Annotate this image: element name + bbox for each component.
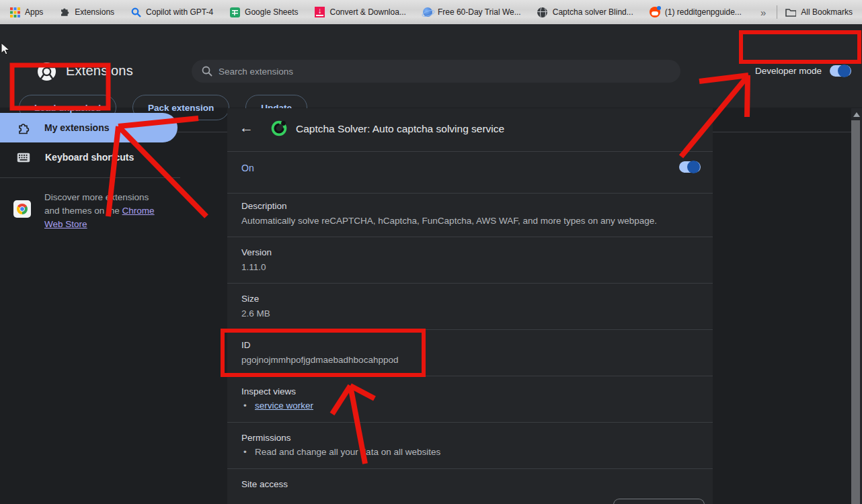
back-button[interactable]: ← [239,120,253,136]
scrollbar-up-arrow-icon[interactable] [853,112,860,117]
extension-enabled-toggle[interactable] [679,161,701,173]
section-value-version: 1.11.0 [241,262,266,272]
section-divider [227,151,713,152]
permissions-value: Read and change all your data on all web… [255,447,440,457]
chrome-web-store-promo: Discover more extensions and themes on t… [13,191,188,231]
puzzle-icon [59,7,70,17]
section-divider [227,422,713,423]
section-divider [227,193,713,194]
chrome-web-store-link[interactable]: Chrome [122,206,155,216]
bookmark-label: Extensions [75,7,114,17]
magnifier-blue-icon [130,7,141,17]
sidebar-item-keyboard-shortcuts[interactable]: Keyboard shortcuts [0,142,178,172]
bookmarks-separator [777,5,777,19]
page-title: Extensions [66,63,133,79]
bookmark-label: Apps [25,7,43,17]
apps-grid-icon [9,7,20,17]
bookmark-label: Google Sheets [245,7,298,17]
bookmark-copilot[interactable]: Copilot with GPT-4 [130,7,213,17]
bookmark-extensions[interactable]: Extensions [59,7,114,17]
developer-mode-toggle[interactable] [830,65,851,77]
bookmarks-bar: Apps Extensions Copilot with GPT-4 Googl… [0,0,862,24]
section-value-description: Automatically solve reCAPTCHA, hCaptcha,… [241,216,657,226]
bookmark-label: Captcha solver Blind... [553,7,633,17]
chrome-web-store-link[interactable]: Web Store [44,219,87,229]
reddit-icon [650,7,660,17]
globe-blue-icon [422,7,433,17]
sidebar-divider [0,177,180,178]
section-label-version: Version [241,247,272,257]
section-divider [227,376,713,376]
service-worker-link[interactable]: service worker [255,401,313,411]
bookmark-reddit[interactable]: (1) redditgenpguide... [650,7,742,17]
site-access-dropdown[interactable] [613,499,705,504]
search-icon [202,66,212,77]
extensions-header: Extensions Developer mode Load unpacked … [0,24,862,108]
folder-icon [785,7,796,17]
extension-title: Captcha Solver: Auto captcha solving ser… [296,123,504,135]
bullet: • [243,447,247,457]
bookmark-convert-download[interactable]: Convert & Downloa... [315,7,406,17]
puzzle-icon [17,122,30,134]
bookmark-apps[interactable]: Apps [9,7,43,17]
section-label-size: Size [241,294,259,304]
search-box[interactable] [192,60,680,83]
scrollbar-thumb[interactable] [851,120,860,504]
bookmark-google-sheets[interactable]: Google Sheets [229,7,298,17]
section-label-permissions: Permissions [241,433,291,443]
section-divider [227,237,713,237]
section-label-inspect-views: Inspect views [241,386,296,396]
sidebar-item-my-extensions[interactable]: My extensions [0,113,178,142]
bookmark-label: (1) redditgenpguide... [665,7,742,17]
extension-enabled-label: On [241,163,254,173]
download-icon [315,7,325,17]
sheets-icon [229,7,240,17]
search-input[interactable] [219,67,622,77]
globe-dark-icon [537,7,548,17]
section-divider [227,468,713,469]
section-value-id: pgojnojmmhpofjgdmaebadhbocahppod [241,355,398,365]
section-label-description: Description [241,201,287,211]
section-divider [227,283,713,284]
bookmark-label: Copilot with GPT-4 [146,7,213,17]
bookmark-label: Convert & Downloa... [330,7,406,17]
chrome-extensions-logo-icon [37,62,56,81]
bookmarks-overflow-chevron-icon[interactable]: » [756,7,769,18]
keyboard-icon [17,153,30,163]
mouse-cursor [1,42,11,56]
developer-mode-label: Developer mode [755,66,822,76]
all-bookmarks-label: All Bookmarks [801,7,853,17]
scrollbar[interactable] [851,108,862,504]
section-divider [227,329,713,330]
bookmark-captcha-solver[interactable]: Captcha solver Blind... [537,7,633,17]
bookmark-label: Free 60-Day Trial We... [438,7,521,17]
sidebar-item-label: Keyboard shortcuts [45,152,134,163]
section-value-size: 2.6 MB [241,308,270,319]
chrome-web-store-icon [13,200,31,218]
bookmark-free-trial[interactable]: Free 60-Day Trial We... [422,7,521,17]
promo-text: Discover more extensions and themes on t… [44,191,155,231]
bullet: • [243,401,247,411]
section-label-site-access: Site access [241,479,288,489]
extension-detail-card [227,108,713,504]
all-bookmarks-button[interactable]: All Bookmarks [785,7,853,17]
chrome-extensions-page: Apps Extensions Copilot with GPT-4 Googl… [0,0,862,504]
sidebar-item-label: My extensions [44,122,109,133]
captcha-solver-extension-icon [270,120,288,137]
section-label-id: ID [241,340,251,350]
